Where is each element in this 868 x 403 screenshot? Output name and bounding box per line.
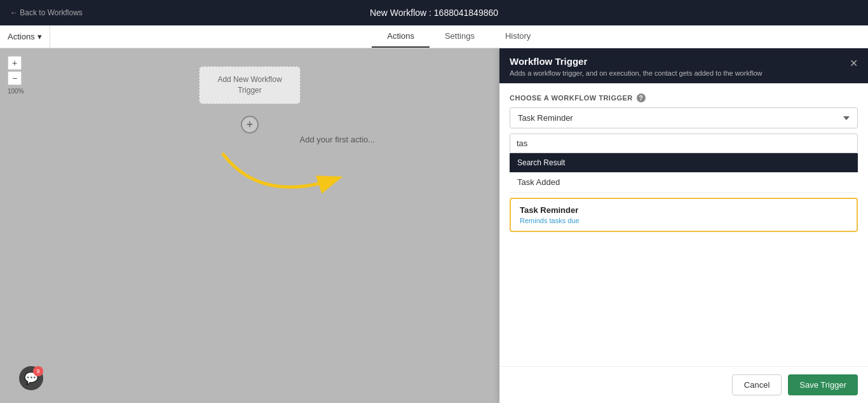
close-panel-button[interactable]: ✕ xyxy=(850,57,858,69)
info-icon: ? xyxy=(637,93,646,102)
panel-description: Adds a workflow trigger, and on executio… xyxy=(510,69,762,77)
panel-header-content: Workflow Trigger Adds a workflow trigger… xyxy=(510,56,762,77)
chat-bubble[interactable]: 💬 9 xyxy=(19,366,43,390)
trigger-dropdown[interactable]: Task Reminder xyxy=(510,107,858,128)
selected-trigger-option[interactable]: Task Reminder Reminds tasks due xyxy=(510,198,858,232)
selected-option-title: Task Reminder xyxy=(520,205,848,215)
panel-header: Workflow Trigger Adds a workflow trigger… xyxy=(499,48,868,83)
zoom-out-button[interactable]: − xyxy=(8,71,22,85)
zoom-in-button[interactable]: + xyxy=(8,56,22,70)
chevron-down-icon: ▾ xyxy=(37,32,42,41)
actions-dropdown[interactable]: Actions ▾ xyxy=(0,25,50,48)
workflow-title: New Workflow : 1688041849860 xyxy=(370,8,498,18)
add-step-button[interactable]: + xyxy=(241,116,259,133)
main-area: + − 100% Add New Workflow Trigger + Add … xyxy=(0,48,868,403)
panel-body: CHOOSE A WORKFLOW TRIGGER ? Task Reminde… xyxy=(499,83,868,366)
save-trigger-button[interactable]: Save Trigger xyxy=(788,374,858,395)
right-panel: Workflow Trigger Adds a workflow trigger… xyxy=(499,48,868,403)
notification-badge: 9 xyxy=(33,366,43,376)
top-nav: ← Back to Workflows New Workflow : 16880… xyxy=(0,0,868,25)
canvas-area: + − 100% Add New Workflow Trigger + Add … xyxy=(0,48,499,403)
trigger-box[interactable]: Add New Workflow Trigger xyxy=(199,66,301,104)
tab-bar: Actions ▾ Actions Settings History xyxy=(0,25,868,48)
cancel-button[interactable]: Cancel xyxy=(732,374,782,395)
panel-footer: Cancel Save Trigger xyxy=(499,366,868,403)
tab-history[interactable]: History xyxy=(490,25,546,48)
zoom-controls: + − 100% xyxy=(8,56,24,95)
trigger-search-input[interactable] xyxy=(510,133,858,153)
choose-trigger-label: CHOOSE A WORKFLOW TRIGGER ? xyxy=(510,93,858,102)
selected-option-description: Reminds tasks due xyxy=(520,217,848,224)
zoom-level: 100% xyxy=(8,88,24,95)
tab-center: Actions Settings History xyxy=(50,25,868,48)
trigger-box-text: Add New Workflow Trigger xyxy=(217,74,281,96)
result-item-task-added[interactable]: Task Added xyxy=(510,172,858,193)
actions-dropdown-label: Actions xyxy=(8,32,35,41)
tab-settings[interactable]: Settings xyxy=(430,25,490,48)
yellow-arrow xyxy=(210,140,349,217)
back-to-workflows-button[interactable]: ← Back to Workflows xyxy=(10,8,83,17)
add-first-action-text: Add your first actio... xyxy=(300,135,376,144)
tab-actions[interactable]: Actions xyxy=(372,25,430,48)
search-result-header: Search Result xyxy=(510,153,858,172)
panel-title: Workflow Trigger xyxy=(510,56,762,67)
back-label: ← Back to Workflows xyxy=(10,8,83,17)
